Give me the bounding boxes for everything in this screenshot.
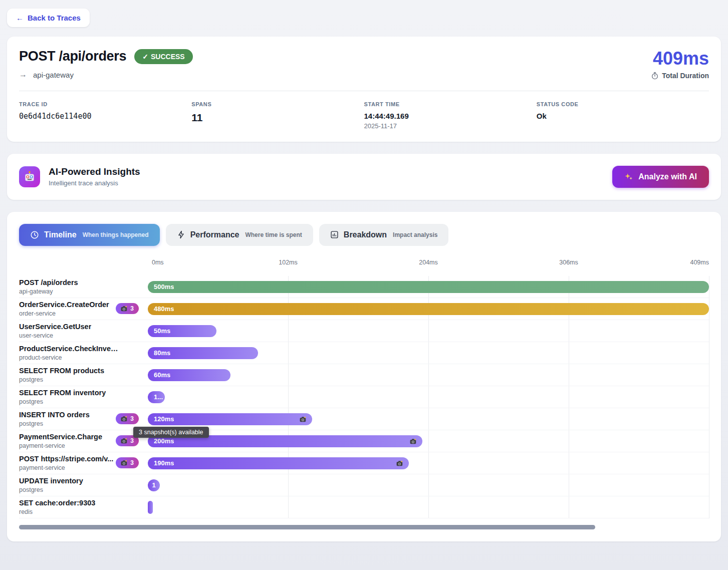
status-badge-label: SUCCESS [151,53,185,61]
spans-count-value: 11 [191,112,364,124]
span-names: PaymentService.Chargepayment-service [19,433,102,449]
span-row: OrderService.CreateOrderorder-service348… [19,298,709,320]
span-duration-label: 200ms [148,437,174,445]
status-badge: ✓ SUCCESS [134,49,192,64]
span-duration-label: 1 [152,481,155,489]
camera-icon [121,306,128,312]
status-code-value: Ok [537,112,709,120]
snapshot-count: 3 [130,459,134,466]
span-bar[interactable]: 1 [148,479,160,491]
span-rows: POST /api/ordersapi-gateway500msOrderSer… [19,276,709,518]
meta-label: TRACE ID [19,101,191,107]
camera-icon [410,438,417,444]
tab-timeline[interactable]: Timeline When things happened [19,224,160,246]
span-service: redis [19,508,95,515]
horizontal-scrollbar-thumb[interactable] [19,525,595,529]
span-row: UserService.GetUseruser-service50ms [19,320,709,342]
span-row: UPDATE inventorypostgres1 [19,474,709,496]
span-row: SELECT FROM inventorypostgres1... [19,386,709,408]
span-row: ProductService.CheckInventoryproduct-ser… [19,342,709,364]
span-name: ProductService.CheckInventory [19,345,119,353]
total-duration-value: 409ms [651,49,709,69]
span-names: UserService.GetUseruser-service [19,323,91,339]
span-track: 500ms [148,276,709,298]
snapshot-count-badge[interactable]: 3 [116,457,139,468]
tab-performance[interactable]: Performance Where time is spent [166,224,313,246]
camera-icon [121,460,128,466]
span-bar[interactable]: 190ms [148,457,409,469]
back-to-traces-button[interactable]: ← Back to Traces [7,9,90,27]
tab-label: Timeline [44,230,77,239]
span-name: POST /api/orders [19,278,78,287]
snapshot-count-badge[interactable]: 3 [116,413,139,424]
meta-label: STATUS CODE [537,101,709,107]
back-button-label: Back to Traces [28,14,81,22]
span-names: UPDATE inventorypostgres [19,477,83,493]
span-duration-label: 1... [148,393,163,401]
axis-tick: 409ms [690,259,709,266]
camera-icon [396,460,403,466]
span-service: user-service [19,332,91,339]
span-service: order-service [19,310,109,317]
span-duration-label: 80ms [148,349,170,357]
span-bar[interactable]: 50ms [148,325,216,337]
span-names: SET cache:order:9303redis [19,499,95,515]
span-names: OrderService.CreateOrderorder-service [19,301,109,317]
span-names: POST /api/ordersapi-gateway [19,278,78,295]
span-names: INSERT INTO orderspostgres [19,411,90,427]
start-time-value: 14:44:49.169 [364,112,537,120]
camera-icon [121,438,128,444]
span-label: UserService.GetUseruser-service [19,320,148,342]
span-bar[interactable]: 60ms [148,369,230,381]
span-label: PaymentService.Chargepayment-service3 [19,430,148,452]
span-track: 1 [148,474,709,496]
span-name: SELECT FROM inventory [19,389,106,397]
meta-start-time: START TIME 14:44:49.169 2025-11-17 [364,101,537,130]
gridline [709,276,709,518]
span-label: SET cache:order:9303redis [19,496,148,518]
span-name: POST https://stripe.com/v... [19,455,113,463]
span-bar[interactable]: 80ms [148,347,258,359]
trace-title: POST /api/orders [19,49,126,64]
ai-card-title: AI-Powered Insights [49,166,140,177]
span-bar[interactable]: 500ms [148,281,709,293]
analyze-with-ai-button[interactable]: Analyze with AI [612,166,709,188]
check-icon: ✓ [142,53,148,61]
tab-breakdown[interactable]: Breakdown Impact analysis [319,224,449,246]
span-track: 190ms [148,452,709,474]
span-track: 200ms [148,430,709,452]
span-row: PaymentService.Chargepayment-service3200… [19,430,709,452]
span-label: POST /api/ordersapi-gateway [19,276,148,298]
span-bar[interactable]: 120ms [148,413,312,425]
meta-spans: SPANS 11 [191,101,364,130]
header-divider [19,91,709,91]
snapshot-count-badge[interactable]: 3 [116,303,139,314]
tab-subtitle: Impact analysis [393,231,437,238]
axis-tick: 0ms [152,259,164,266]
timeline-axis: 0ms102ms204ms306ms409ms [148,259,709,269]
arrow-right-icon: → [19,70,27,79]
span-duration-label: 60ms [148,371,170,379]
trace-id-value: 0e6d41dc6e114e00 [19,112,191,121]
span-duration-label: 480ms [148,305,174,313]
span-name: INSERT INTO orders [19,411,90,419]
meta-label: SPANS [191,101,364,107]
horizontal-scrollbar-track[interactable] [19,525,709,529]
span-service: postgres [19,486,83,493]
meta-label: START TIME [364,101,537,107]
span-names: ProductService.CheckInventoryproduct-ser… [19,345,119,361]
span-names: POST https://stripe.com/v...payment-serv… [19,455,113,471]
tab-label: Performance [190,230,239,239]
axis-tick: 306ms [559,259,578,266]
camera-icon [121,416,128,422]
span-bar[interactable] [148,501,153,514]
span-name: UPDATE inventory [19,477,83,485]
axis-tick: 102ms [279,259,298,266]
view-tabs: Timeline When things happened Performanc… [19,224,709,246]
span-name: SELECT FROM products [19,367,104,375]
span-bar[interactable]: 480ms [148,303,709,315]
span-bar[interactable]: 1... [148,391,165,403]
snapshot-tooltip: 3 snapshot(s) available [133,427,209,438]
span-name: OrderService.CreateOrder [19,301,109,309]
span-track: 480ms [148,298,709,320]
